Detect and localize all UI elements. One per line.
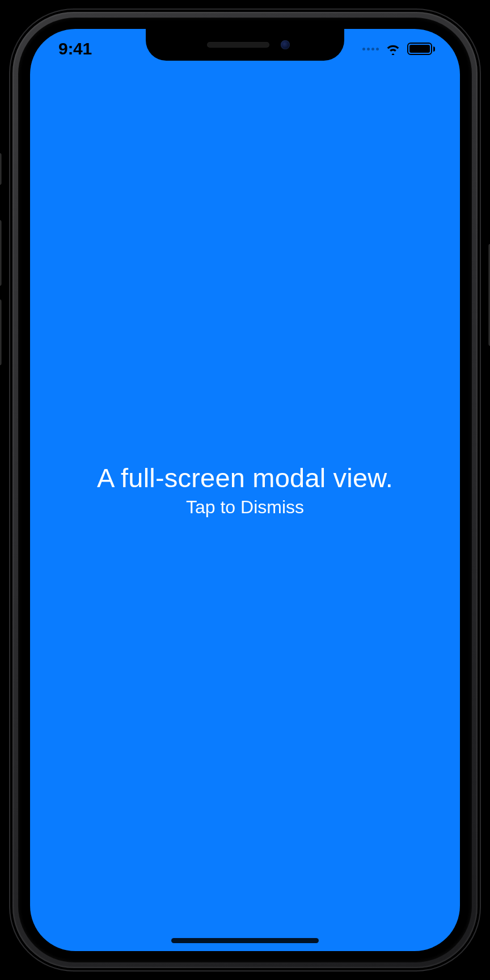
home-indicator[interactable] — [171, 938, 319, 943]
front-camera — [281, 40, 290, 49]
battery-icon — [407, 43, 435, 55]
notch — [146, 29, 344, 61]
modal-title: A full-screen modal view. — [97, 462, 393, 493]
phone-device-frame: 9:41 A full-screen mo — [0, 0, 490, 980]
volume-up-button — [0, 220, 2, 286]
status-indicators — [362, 43, 435, 55]
volume-down-button — [0, 299, 2, 365]
status-time: 9:41 — [58, 39, 92, 58]
silence-switch — [0, 153, 2, 185]
speaker-grille — [207, 42, 269, 48]
screen: 9:41 A full-screen mo — [30, 29, 460, 951]
dismiss-label: Tap to Dismiss — [186, 497, 304, 518]
modal-fullscreen[interactable]: A full-screen modal view. Tap to Dismiss — [30, 29, 460, 951]
wifi-icon — [385, 43, 402, 55]
cellular-signal-icon — [362, 48, 379, 50]
